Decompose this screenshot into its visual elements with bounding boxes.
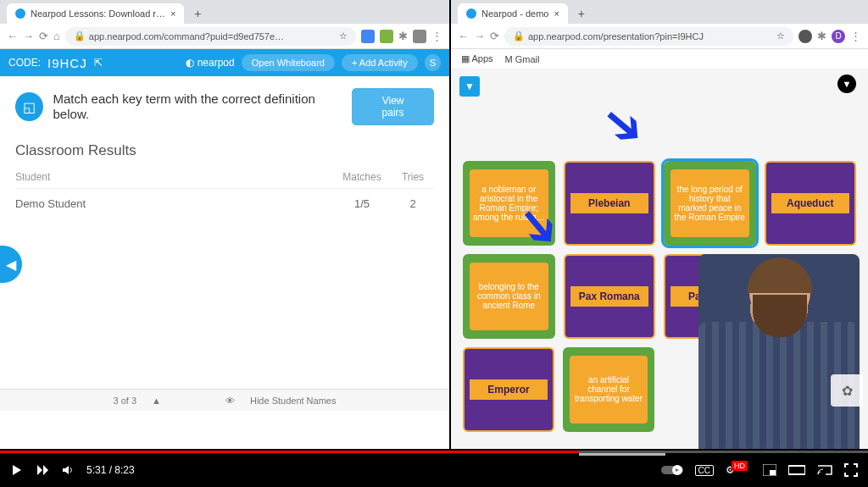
add-activity-button[interactable]: + Add Activity <box>342 54 418 71</box>
results-heading: Classroom Results <box>15 142 434 159</box>
lock-icon: 🔒 <box>513 30 525 42</box>
url-field-left[interactable]: 🔒 app.nearpod.com/command?puid=d9ed757e…… <box>65 27 356 46</box>
student-tries: 2 <box>392 197 434 210</box>
term-tile-pax-romana[interactable]: Pax Romana <box>564 254 656 339</box>
chrome-tabstrip-right: Nearpod - demo × + <box>451 0 868 24</box>
student-activity-area: ▼ ▼ ➔ ➔ a nobleman or aristocrat in the … <box>451 69 868 449</box>
close-tab-icon[interactable]: × <box>170 8 175 19</box>
home-icon[interactable]: ⌂ <box>53 30 60 42</box>
back-icon[interactable]: ← <box>458 30 469 42</box>
url-field-right[interactable]: 🔒 app.nearpod.com/presentation?pin=I9HCJ… <box>504 27 793 46</box>
pager-text: 3 of 3 <box>114 396 137 406</box>
share-code-icon[interactable]: ⇱ <box>94 57 103 69</box>
reload-icon[interactable]: ⟳ <box>39 30 48 42</box>
play-button[interactable] <box>10 463 24 477</box>
account-icon[interactable]: S <box>425 54 441 71</box>
chrome-menu-icon[interactable]: ⋮ <box>431 30 442 42</box>
settings-button[interactable]: ⚙HD <box>726 464 751 476</box>
tab-title-left: Nearpod Lessons: Download r… <box>31 8 165 19</box>
cast-button[interactable] <box>817 464 832 476</box>
new-tab-button-left[interactable]: + <box>189 5 206 22</box>
tile-row-3: Emperor an artificial channel for transp… <box>458 347 659 432</box>
gmail-bookmark[interactable]: M Gmail <box>505 54 540 64</box>
new-tab-button-right[interactable]: + <box>573 5 590 22</box>
term-label: Pax Romana <box>570 286 649 307</box>
activity-prompt: Match each key term with the correct def… <box>53 91 342 122</box>
chrome-tabstrip-left: Nearpod Lessons: Download r… × + <box>0 0 449 24</box>
dropdown-toggle[interactable]: ▼ <box>459 76 480 97</box>
lock-icon: 🔒 <box>74 30 86 42</box>
extensions-puzzle-icon[interactable]: ✱ <box>398 30 408 42</box>
definition-tile-selected[interactable]: the long period of history that marked p… <box>664 161 756 246</box>
url-text-left: app.nearpod.com/command?puid=d9ed757e… <box>89 31 284 42</box>
miniplayer-button[interactable] <box>763 464 776 476</box>
star-icon[interactable]: ☆ <box>339 30 348 42</box>
open-whiteboard-button[interactable]: Open Whiteboard <box>242 54 335 71</box>
close-tab-icon[interactable]: × <box>554 8 559 19</box>
autoplay-toggle[interactable] <box>661 464 683 476</box>
browser-tab-left[interactable]: Nearpod Lessons: Download r… × <box>7 3 184 24</box>
term-tile-plebeian[interactable]: Plebeian <box>564 161 656 246</box>
student-window: Nearpod - demo × + ← → ⟳ 🔒 app.nearpod.c… <box>449 0 868 449</box>
extension-icon-1[interactable] <box>361 30 375 43</box>
annotation-arrow-1: ➔ <box>589 88 659 161</box>
video-time: 5:31 / 8:23 <box>86 464 135 476</box>
term-tile-aqueduct[interactable]: Aqueduct <box>765 161 857 246</box>
forward-icon[interactable]: → <box>23 30 34 42</box>
expand-toggle[interactable]: ▼ <box>837 75 856 93</box>
tab-title-right: Nearpod - demo <box>481 8 549 19</box>
pager-up-icon[interactable]: ▲ <box>152 396 161 406</box>
back-icon[interactable]: ← <box>7 30 18 42</box>
volume-button[interactable] <box>61 463 75 477</box>
definition-text: the long period of history that marked p… <box>670 169 749 238</box>
forward-icon[interactable]: → <box>474 30 485 42</box>
results-table-header: Student Matches Tries <box>15 166 434 188</box>
session-code: I9HCJ <box>47 56 87 70</box>
extension-icon-3[interactable] <box>413 30 426 43</box>
extensions-puzzle-icon[interactable]: ✱ <box>817 30 826 42</box>
nearpod-favicon <box>15 8 25 19</box>
col-matches: Matches <box>332 171 392 183</box>
activity-card: ◱ Match each key term with the correct d… <box>15 88 434 219</box>
watermark-logo: ✿ <box>831 374 863 407</box>
extension-icon[interactable] <box>798 30 812 43</box>
nearpod-toolbar: CODE: I9HCJ ⇱ ◐ nearpod Open Whiteboard … <box>0 49 449 76</box>
presenter-overlay <box>698 254 860 449</box>
star-icon[interactable]: ☆ <box>776 30 785 42</box>
term-label: Emperor <box>470 379 548 400</box>
prev-slide-tab[interactable]: ◀ <box>0 246 22 283</box>
term-label: Plebeian <box>570 193 649 213</box>
address-bar-right: ← → ⟳ 🔒 app.nearpod.com/presentation?pin… <box>451 24 868 49</box>
bookmarks-bar: ▦ Apps M Gmail <box>451 49 868 69</box>
hide-names-button[interactable]: Hide Student Names <box>250 396 337 406</box>
theater-button[interactable] <box>788 464 805 476</box>
browser-tab-right[interactable]: Nearpod - demo × <box>458 3 568 24</box>
student-name: Demo Student <box>15 197 332 210</box>
next-button[interactable] <box>36 463 49 477</box>
term-label: Aqueduct <box>771 193 850 213</box>
definition-tile[interactable]: an artificial channel for transporting w… <box>563 347 654 432</box>
col-student: Student <box>15 171 332 183</box>
fullscreen-button[interactable] <box>844 463 858 477</box>
apps-bookmark[interactable]: ▦ Apps <box>461 53 493 64</box>
nearpod-favicon <box>466 8 476 19</box>
video-controls-bar: 5:31 / 8:23 CC ⚙HD <box>0 453 868 487</box>
extension-icon-2[interactable] <box>380 30 393 43</box>
view-pairs-button[interactable]: View pairs <box>352 88 434 125</box>
teacher-window: Nearpod Lessons: Download r… × + ← → ⟳ ⌂… <box>0 0 449 449</box>
reload-icon[interactable]: ⟳ <box>490 30 499 42</box>
table-row[interactable]: Demo Student 1/5 2 <box>15 188 434 219</box>
nearpod-logo: ◐ nearpod <box>186 57 234 69</box>
student-matches: 1/5 <box>332 197 392 210</box>
code-label: CODE: <box>8 57 41 69</box>
term-tile-emperor[interactable]: Emperor <box>463 347 554 432</box>
hide-names-icon: 👁 <box>225 396 235 406</box>
address-bar-left: ← → ⟳ ⌂ 🔒 app.nearpod.com/command?puid=d… <box>0 24 449 49</box>
definition-text: an artificial channel for transporting w… <box>570 356 648 424</box>
chrome-menu-icon[interactable]: ⋮ <box>850 30 861 42</box>
col-tries: Tries <box>392 171 434 183</box>
svg-rect-4 <box>788 466 805 474</box>
svg-rect-3 <box>770 470 776 475</box>
definition-tile[interactable]: belonging to the common class in ancient… <box>463 254 555 339</box>
captions-button[interactable]: CC <box>695 465 714 476</box>
